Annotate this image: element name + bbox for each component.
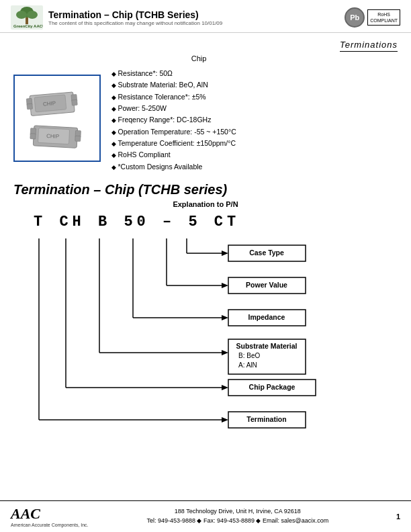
svg-point-3 <box>27 11 38 19</box>
diagram-container: Case Type Power Value Impedance Substrat… <box>13 233 398 441</box>
pb-badge: Pb <box>345 7 365 28</box>
svg-rect-8 <box>27 103 33 109</box>
spec-item: Power: 5-250W <box>111 103 236 114</box>
footer-logo-sub: American Accurate Components, Inc. <box>11 523 89 528</box>
header-subtitle: The content of this specification may ch… <box>48 20 222 26</box>
spec-item: Operation Temperature: -55 ~ +150°C <box>111 126 236 138</box>
pn-code: T CH B 50 – 5 CT <box>34 214 240 230</box>
section-title: Termination – Chip (TCHB series) <box>0 178 411 200</box>
footer-logo-text: AAC <box>11 505 89 523</box>
spec-item: Resistance Tolerance*: ±5% <box>111 91 236 103</box>
footer-contact: 188 Technology Drive, Unit H, Irvine, CA… <box>99 507 376 525</box>
chip-image: CHIP CHIP <box>20 81 94 155</box>
svg-rect-17 <box>75 136 81 141</box>
pn-area: Explanation to P/N T CH B 50 – 5 CT <box>0 200 411 441</box>
svg-text:Chip Package: Chip Package <box>249 383 295 391</box>
svg-text:CHIP: CHIP <box>43 100 56 107</box>
svg-text:Substrate Material: Substrate Material <box>236 342 297 350</box>
svg-rect-15 <box>30 134 36 139</box>
svg-marker-31 <box>222 350 228 355</box>
svg-text:B: BeO: B: BeO <box>238 352 260 359</box>
terminations-label: Terminations <box>340 40 398 52</box>
rohs-badge: RoHS COMPLIANT <box>367 9 400 26</box>
svg-text:Case Type: Case Type <box>249 249 284 257</box>
svg-text:CHIP: CHIP <box>46 133 60 140</box>
svg-text:A: AlN: A: AlN <box>238 361 257 369</box>
svg-marker-22 <box>222 251 228 256</box>
explanation-title: Explanation to P/N <box>13 200 398 208</box>
svg-text:Termination: Termination <box>246 415 286 423</box>
spec-item: Freqency Range*: DC-18GHz <box>111 114 236 126</box>
svg-rect-4 <box>26 17 28 24</box>
rohs-line2: COMPLIANT <box>370 17 398 24</box>
specs-list: Resistance*: 50Ω Substrate Material: BeO… <box>111 68 236 173</box>
spec-item: Temperature Coefficient: ±150ppm/°C <box>111 138 236 149</box>
header-title: Termination – Chip (TCHB Series) <box>48 9 222 20</box>
rohs-line1: RoHS <box>370 11 398 17</box>
footer-page-number: 1 <box>387 513 400 521</box>
svg-marker-25 <box>222 283 228 288</box>
svg-marker-37 <box>222 417 228 423</box>
pn-diagram-svg: Case Type Power Value Impedance Substrat… <box>13 233 398 441</box>
product-image-box: CHIP CHIP <box>13 75 101 162</box>
svg-text:GreenCity AAC®: GreenCity AAC® <box>13 24 43 28</box>
svg-marker-34 <box>222 385 228 390</box>
svg-point-2 <box>16 11 27 19</box>
svg-text:Power Value: Power Value <box>246 281 287 289</box>
svg-rect-10 <box>72 99 78 105</box>
spec-item: Substrate Material: BeO, AlN <box>111 79 236 91</box>
footer-logo-block: AAC American Accurate Components, Inc. <box>11 505 89 528</box>
page-footer: AAC American Accurate Components, Inc. 1… <box>0 500 411 532</box>
header-right: Pb RoHS COMPLIANT <box>345 7 400 28</box>
header-title-block: Termination – Chip (TCHB Series) The con… <box>48 9 222 26</box>
header-left: GreenCity AAC® Termination – Chip (TCHB … <box>11 5 222 30</box>
spec-item: RoHS Compliant <box>111 149 236 161</box>
company-logo: GreenCity AAC® <box>11 5 43 30</box>
svg-text:Impedance: Impedance <box>248 313 285 321</box>
spec-item: *Custom Designs Available <box>111 161 236 173</box>
chip-label: Chip <box>0 54 411 62</box>
top-label-area: Terminations <box>0 33 411 53</box>
spec-item: Resistance*: 50Ω <box>111 68 236 79</box>
page-header: GreenCity AAC® Termination – Chip (TCHB … <box>0 0 411 33</box>
footer-address: 188 Technology Drive, Unit H, Irvine, CA… <box>99 507 376 517</box>
main-content: CHIP CHIP Resistance*: 50Ω Substrate Mat… <box>0 62 411 178</box>
svg-marker-28 <box>222 315 228 320</box>
footer-contact-info: Tel: 949-453-9888 ◆ Fax: 949-453-8889 ◆ … <box>99 517 376 526</box>
